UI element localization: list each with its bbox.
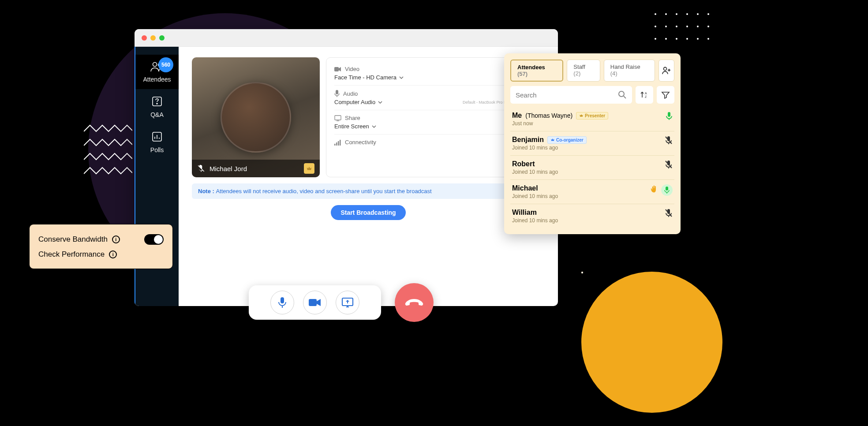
svg-point-12: [663, 67, 666, 71]
sidebar-item-label: Attendees: [143, 76, 171, 83]
svg-text:Z: Z: [645, 95, 647, 98]
svg-point-13: [619, 91, 624, 97]
mic-muted-icon: [665, 160, 673, 171]
hand-raised-icon: [651, 185, 658, 195]
setting-label: Share: [345, 115, 360, 121]
camera-button[interactable]: [303, 291, 327, 314]
svg-text:A: A: [645, 92, 647, 95]
mic-icon: [277, 296, 288, 309]
chevron-down-icon: [372, 125, 376, 128]
window-minimize-icon[interactable]: [150, 35, 156, 41]
attendees-list: Me(Thomas Wayne)PresenterJust nowBenjami…: [510, 107, 674, 228]
setting-label: Audio: [343, 90, 358, 97]
role-badge: Presenter: [576, 112, 608, 120]
attendee-row[interactable]: MichaelJoined 10 mins ago: [510, 180, 674, 204]
sidebar-item-attendees[interactable]: 560 Attendees: [135, 55, 179, 89]
decor-yellow-circle: [581, 272, 722, 413]
svg-point-0: [153, 63, 157, 67]
sidebar-item-polls[interactable]: Polls: [135, 124, 179, 160]
conserve-bandwidth-row: Conserve Bandwidth i: [38, 232, 164, 247]
svg-rect-8: [334, 144, 336, 146]
signal-icon: [334, 139, 341, 146]
camera-icon: [309, 298, 321, 307]
phone-hangup-icon: [405, 298, 423, 307]
video-tile-name: Michael Jord: [210, 165, 247, 172]
search-icon: [618, 90, 627, 99]
app-window: 560 Attendees Q&A Polls Michael Jord: [135, 29, 558, 306]
sidebar-item-label: Q&A: [150, 111, 164, 118]
check-performance-row[interactable]: Check Performance i: [38, 247, 164, 262]
poll-icon: [151, 131, 163, 143]
filter-button[interactable]: [657, 86, 674, 104]
svg-rect-16: [668, 112, 670, 117]
setting-label: Connectivity: [345, 139, 376, 146]
svg-rect-21: [281, 297, 284, 303]
camera-icon: [334, 67, 341, 72]
question-icon: [151, 95, 163, 108]
sort-button[interactable]: AZ: [636, 86, 653, 104]
add-person-button[interactable]: [658, 60, 674, 82]
role-badge: Co-organizer: [547, 136, 587, 144]
svg-rect-5: [334, 67, 339, 71]
svg-rect-22: [309, 299, 317, 306]
tab-handraise[interactable]: Hand Raise (4): [604, 60, 655, 82]
performance-card: Conserve Bandwidth i Check Performance i: [29, 224, 173, 269]
svg-rect-10: [338, 141, 339, 146]
broadcast-note: Note : Attendees will not receive audio,…: [192, 183, 545, 199]
main-area: Michael Jord Video Face Time - HD Camera: [179, 47, 558, 306]
presenter-crown-icon: [304, 163, 314, 174]
tab-staff[interactable]: Staff (2): [567, 60, 600, 82]
info-icon[interactable]: i: [112, 235, 120, 243]
attendees-search[interactable]: [510, 86, 632, 104]
chevron-down-icon: [378, 101, 382, 104]
bandwidth-toggle[interactable]: [144, 234, 164, 245]
mic-icon: [334, 90, 340, 97]
svg-rect-7: [335, 116, 341, 120]
svg-point-3: [157, 103, 157, 104]
chevron-down-icon: [399, 76, 404, 79]
mic-active-icon: [666, 112, 673, 122]
sort-az-icon: AZ: [640, 90, 649, 99]
attendees-panel: Attendees (57) Staff (2) Hand Raise (4) …: [504, 53, 681, 234]
attendees-tabs: Attendees (57) Staff (2) Hand Raise (4): [510, 60, 674, 82]
video-preview-tile: Michael Jord: [192, 57, 320, 177]
audio-default-label: Default - MacBook Pro Mic: [463, 100, 510, 105]
window-maximize-icon[interactable]: [159, 35, 165, 41]
decor-zigzag: [84, 123, 132, 180]
mic-muted-icon: [197, 164, 205, 172]
svg-rect-11: [340, 140, 341, 146]
attendee-row[interactable]: RobertJoined 10 mins ago: [510, 156, 674, 180]
screen-icon: [334, 115, 341, 121]
call-controls: [249, 285, 381, 320]
mic-active-icon: [661, 184, 673, 196]
attendee-row[interactable]: Me(Thomas Wayne)PresenterJust now: [510, 107, 674, 131]
attendees-count-badge: 560: [158, 57, 173, 72]
mic-muted-icon: [665, 136, 673, 146]
attendee-row[interactable]: WilliamJoined 10 mins ago: [510, 204, 674, 228]
window-titlebar: [135, 29, 558, 47]
mic-muted-icon: [665, 209, 673, 219]
attendee-row[interactable]: BenjaminCo-organizerJoined 10 mins ago: [510, 131, 674, 156]
svg-rect-9: [336, 142, 337, 146]
decor-dots: [650, 9, 714, 46]
start-broadcasting-button[interactable]: Start Broadcasting: [331, 205, 405, 220]
share-screen-button[interactable]: [336, 291, 359, 314]
svg-rect-19: [666, 187, 668, 191]
sidebar-item-label: Polls: [150, 146, 164, 153]
svg-rect-6: [336, 90, 338, 94]
search-input[interactable]: [516, 91, 618, 99]
end-call-button[interactable]: [395, 283, 434, 322]
window-close-icon[interactable]: [142, 35, 147, 41]
filter-icon: [661, 90, 670, 99]
sidebar-item-qa[interactable]: Q&A: [135, 89, 179, 124]
screen-share-icon: [341, 297, 354, 308]
tab-attendees[interactable]: Attendees (57): [510, 60, 563, 82]
person-add-icon: [662, 66, 671, 75]
info-icon[interactable]: i: [109, 250, 117, 258]
setting-label: Video: [345, 66, 359, 72]
mic-button[interactable]: [270, 291, 294, 314]
